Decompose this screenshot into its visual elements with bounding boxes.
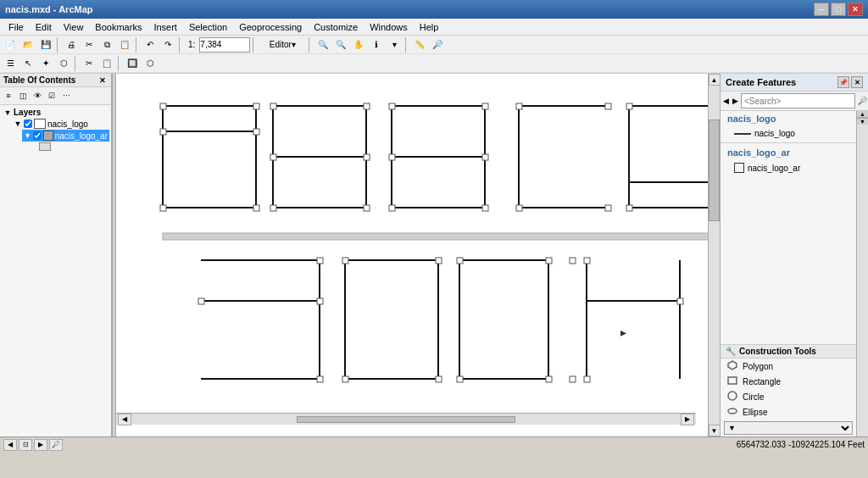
svg-rect-11 [364,103,370,109]
menu-edit[interactable]: Edit [31,21,57,33]
svg-rect-30 [605,205,611,211]
panel-item-nacis-logo-ar-box[interactable]: nacis_logo_ar [721,160,856,175]
scroll-down-btn[interactable]: ▼ [709,425,721,436]
close-button[interactable]: ✕ [848,3,863,16]
box-icon [734,163,744,173]
construction-rectangle[interactable]: Rectangle [721,374,856,389]
sep1 [57,37,60,53]
toc-header: Table Of Contents ✕ [0,74,111,87]
panel-item-nacis-logo[interactable]: nacis_logo [721,111,856,126]
measure-btn[interactable]: 📏 [411,36,428,53]
svg-rect-5 [253,205,259,211]
menu-insert[interactable]: Insert [148,21,182,33]
scroll-left-btn[interactable]: ◀ [118,414,131,425]
scroll-right-btn[interactable]: ▶ [681,414,694,425]
layers-expand-icon: ▼ [3,108,12,117]
map-vscrollbar[interactable]: ▲ ▼ [708,74,720,436]
zoom-in-btn[interactable]: 🔍 [314,36,331,53]
open-btn[interactable]: 📂 [19,36,36,53]
copy-btn[interactable]: ⧉ [98,36,115,53]
map-shapes-svg: ▸ [116,74,708,425]
svg-rect-61 [457,376,463,382]
h-scrollbar-thumb[interactable] [297,416,515,423]
status-zoom-btn[interactable]: 🔎 [49,439,63,451]
print-btn[interactable]: 🖨 [63,36,80,53]
menu-windows[interactable]: Windows [364,21,413,33]
panel-forward-btn[interactable]: ▶ [732,94,739,108]
new-btn[interactable]: 📄 [2,36,19,53]
status-layout-btn[interactable]: ⊡ [19,439,32,451]
toc-nacis-logo-ar-item[interactable]: ▼ nacis_logo_ar [22,130,109,142]
toc-btn[interactable]: ☰ [2,55,19,72]
panel-scroll-down[interactable]: ▼ [857,118,868,125]
toc-list-btn[interactable]: ≡ [2,89,15,103]
save-btn[interactable]: 💾 [37,36,54,53]
menu-geoprocessing[interactable]: Geoprocessing [234,21,307,33]
menu-customize[interactable]: Customize [309,21,363,33]
svg-rect-13 [364,205,370,211]
toc-close-button[interactable]: ✕ [97,76,108,85]
construction-circle[interactable]: Circle [721,389,856,404]
split-btn[interactable]: ✂ [81,55,97,72]
nacis-logo-checkbox[interactable] [24,119,32,128]
maximize-button[interactable]: □ [831,3,846,16]
construction-ellipse[interactable]: Ellipse [721,404,856,420]
menu-bookmarks[interactable]: Bookmarks [90,21,147,33]
panel-item-nacis-logo-ar[interactable]: nacis_logo_ar [721,145,856,160]
panel-header: Create Features 📌 ✕ [721,74,868,92]
toc-vis-btn[interactable]: 👁 [31,89,44,103]
scroll-up-btn[interactable]: ▲ [709,74,721,86]
edit-tool-btn[interactable]: ↖ [19,55,36,72]
toc-sel-btn[interactable]: ☑ [45,89,58,103]
pan-btn[interactable]: ✋ [350,36,367,53]
redo-btn[interactable]: ↷ [159,36,176,53]
panel-close-btn[interactable]: ✕ [851,76,863,88]
panel-search-input[interactable] [741,93,855,108]
map-scrollbar-h[interactable]: ◀ ▶ [116,413,696,425]
status-next-btn[interactable]: ▶ [34,439,47,451]
sep2 [136,37,139,53]
v-scrollbar-thumb[interactable] [709,119,720,221]
toc-source-btn[interactable]: ◫ [16,89,30,103]
select-btn[interactable]: ▾ [386,36,403,53]
menu-selection[interactable]: Selection [184,21,232,33]
paste-btn[interactable]: 📋 [116,36,133,53]
construction-header: 🔧 Construction Tools [721,345,856,358]
construction-polygon[interactable]: Polygon [721,358,856,374]
identify-btn[interactable]: ℹ [368,36,385,53]
panel-search-go-btn[interactable]: 🔎 [857,94,868,108]
menu-help[interactable]: Help [415,21,444,33]
topology-btn[interactable]: ⬡ [142,55,159,72]
toc-nacis-logo-item[interactable]: ▼ nacis_logo [12,118,109,130]
map-canvas[interactable]: ▸ ◀ ▶ [116,74,708,436]
minimize-button[interactable]: ─ [814,3,829,16]
panel-item-nacis-logo-line[interactable]: nacis_logo [721,126,856,141]
vertex-btn[interactable]: ✦ [37,55,54,72]
attr-btn[interactable]: 📋 [98,55,115,72]
map-area[interactable]: ▸ ◀ ▶ [116,74,708,425]
panel-scroll-up[interactable]: ▲ [857,111,868,118]
search-btn[interactable]: 🔎 [429,36,446,53]
reshape-btn[interactable]: ⬡ [55,55,72,72]
menu-bar: File Edit View Bookmarks Insert Selectio… [0,19,868,36]
panel-back-btn[interactable]: ◀ [722,94,730,108]
toc-options-btn[interactable]: ⋯ [59,89,73,103]
panel-pin-btn[interactable]: 📌 [837,76,849,88]
scale-input[interactable] [199,37,250,53]
menu-file[interactable]: File [3,21,29,33]
cut-btn[interactable]: ✂ [81,36,97,53]
status-prev-btn[interactable]: ◀ [3,439,17,451]
svg-point-74 [728,409,737,414]
snap-btn[interactable]: 🔲 [124,55,141,72]
menu-view[interactable]: View [58,21,89,33]
construction-dropdown[interactable]: ▼ [724,421,853,435]
toc-toolbar: ≡ ◫ 👁 ☑ ⋯ [0,87,111,105]
toc-layers-root[interactable]: ▼ Layers [2,107,109,118]
panel-right-scroll[interactable]: ▲ ▼ [856,111,868,436]
nacis-logo-ar-checkbox[interactable] [33,131,42,140]
undo-btn[interactable]: ↶ [142,36,159,53]
rectangle-label: Rectangle [743,377,781,386]
zoom-out-btn[interactable]: 🔍 [332,36,349,53]
svg-rect-29 [516,205,522,211]
editor-btn[interactable]: Editor▾ [259,36,306,53]
